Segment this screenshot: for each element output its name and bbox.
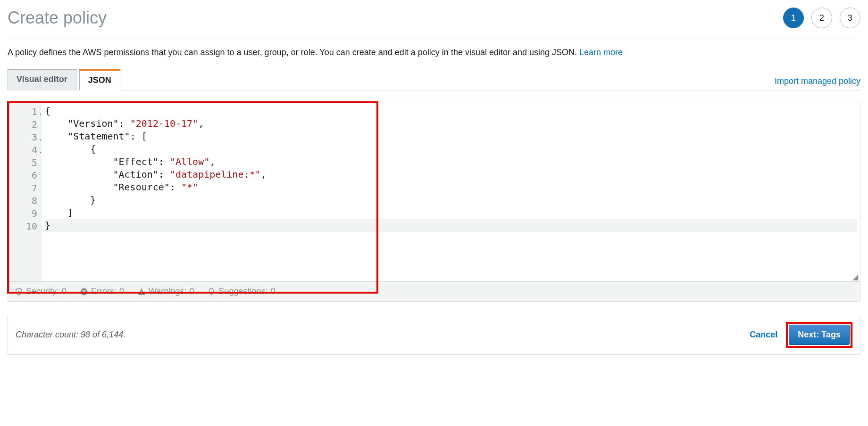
annotation-highlight-next: Next: Tags	[786, 322, 852, 348]
status-security[interactable]: Security: 0	[15, 287, 67, 296]
wizard-step-1[interactable]: 1	[783, 8, 804, 28]
line-number: 10	[8, 219, 42, 232]
wizard-step-2[interactable]: 2	[811, 8, 832, 28]
editor-resize-handle[interactable]: ◢	[852, 274, 859, 280]
line-number: 1	[8, 105, 42, 117]
status-warnings[interactable]: Warnings: 0	[137, 287, 194, 296]
learn-more-link[interactable]: Learn more	[579, 48, 623, 57]
line-number: 7	[8, 181, 42, 194]
svg-rect-3	[141, 290, 142, 293]
page-title: Create policy	[8, 8, 107, 28]
json-code-editor[interactable]: { "Version": "2012-10-17", "Statement": …	[42, 102, 860, 281]
warning-icon	[137, 287, 146, 296]
wizard-step-3[interactable]: 3	[840, 8, 860, 28]
status-suggestions-count: 0	[271, 287, 275, 296]
status-security-count: 0	[62, 287, 67, 296]
line-number: 9	[8, 206, 42, 219]
code-line[interactable]: "Effect": "Allow",	[45, 156, 857, 168]
lightbulb-icon	[207, 287, 216, 296]
policy-editor: 12345678910 { "Version": "2012-10-17", "…	[8, 102, 860, 302]
status-errors-count: 0	[119, 287, 124, 296]
character-count: Character count: 98 of 6,144.	[16, 330, 125, 340]
next-tags-button[interactable]: Next: Tags	[789, 325, 850, 345]
line-number: 5	[8, 156, 42, 168]
line-number-gutter: 12345678910	[8, 102, 42, 281]
editor-status-bar: Security: 0 Errors: 0 Warnings: 0 Sugges…	[8, 281, 860, 301]
code-line[interactable]: }	[45, 219, 857, 232]
status-errors-label: Errors:	[91, 287, 117, 296]
page-description: A policy defines the AWS permissions tha…	[8, 48, 860, 57]
import-managed-policy-link[interactable]: Import managed policy	[775, 76, 860, 90]
status-security-label: Security:	[26, 287, 59, 296]
footer-bar: Character count: 98 of 6,144. Cancel Nex…	[8, 315, 860, 355]
code-line[interactable]: "Resource": "*"	[45, 181, 857, 194]
code-line[interactable]: ]	[45, 206, 857, 219]
status-suggestions[interactable]: Suggestions: 0	[207, 287, 275, 296]
line-number: 6	[8, 168, 42, 181]
error-icon	[80, 287, 88, 296]
description-text: A policy defines the AWS permissions tha…	[8, 48, 579, 57]
status-errors[interactable]: Errors: 0	[80, 287, 124, 296]
tab-json[interactable]: JSON	[79, 69, 120, 90]
line-number: 2	[8, 117, 42, 130]
line-number: 3	[8, 130, 42, 143]
status-warnings-count: 0	[189, 287, 194, 296]
status-suggestions-label: Suggestions:	[218, 287, 267, 296]
wizard-steps: 123	[783, 8, 860, 28]
code-line[interactable]: {	[45, 105, 857, 117]
svg-rect-4	[141, 293, 142, 294]
line-number: 8	[8, 194, 42, 206]
code-line[interactable]: "Version": "2012-10-17",	[45, 117, 857, 130]
code-line[interactable]: "Statement": [	[45, 130, 857, 143]
tab-visual-editor[interactable]: Visual editor	[8, 69, 76, 90]
status-warnings-label: Warnings:	[149, 287, 186, 296]
code-line[interactable]: {	[45, 143, 857, 156]
svg-point-0	[18, 291, 19, 292]
line-number: 4	[8, 143, 42, 156]
cancel-button[interactable]: Cancel	[750, 330, 777, 340]
code-line[interactable]: }	[45, 194, 857, 206]
code-line[interactable]: "Action": "datapipeline:*",	[45, 168, 857, 181]
shield-icon	[15, 287, 23, 296]
